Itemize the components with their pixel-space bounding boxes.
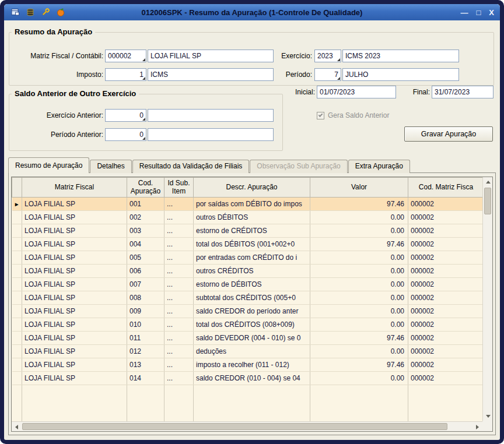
vertical-scroll-thumb[interactable] xyxy=(484,188,491,214)
table-row[interactable]: LOJA FILIAL SP009...saldo CREDOR do perí… xyxy=(12,305,484,318)
cell[interactable]: total dos DÉBITOS (001+002+0 xyxy=(194,238,310,251)
table-row[interactable]: LOJA FILIAL SP002...outros DÉBITOS0.0000… xyxy=(12,211,484,224)
cell[interactable]: LOJA FILIAL SP xyxy=(22,211,127,224)
row-indicator[interactable] xyxy=(12,318,22,332)
cell[interactable]: 000002 xyxy=(408,291,484,305)
exercicio-name-field[interactable]: ICMS 2023 xyxy=(342,50,459,62)
cell[interactable]: ... xyxy=(164,251,194,265)
wrench-icon[interactable] xyxy=(40,7,51,17)
header-cod-apuracao[interactable]: Cod. Apuração xyxy=(127,178,164,198)
cell[interactable]: LOJA FILIAL SP xyxy=(22,238,127,251)
cell[interactable]: LOJA FILIAL SP xyxy=(22,265,127,278)
coins-icon[interactable] xyxy=(25,7,36,17)
cell[interactable]: ... xyxy=(164,198,194,211)
cell[interactable]: ... xyxy=(164,372,194,385)
cell[interactable]: LOJA FILIAL SP xyxy=(22,372,127,385)
cell[interactable]: 006 xyxy=(127,265,164,278)
table-row[interactable]: LOJA FILIAL SP006...outros CRÉDITOS0.000… xyxy=(12,265,484,278)
scroll-up-button[interactable] xyxy=(483,177,493,187)
cell[interactable]: 0.00 xyxy=(310,278,408,291)
table-row[interactable]: LOJA FILIAL SP012...deduções0.00000002 xyxy=(12,345,484,358)
cell[interactable]: 000002 xyxy=(408,198,484,211)
inicial-date-field[interactable]: 01/07/2023 xyxy=(317,86,396,98)
cell[interactable]: LOJA FILIAL SP xyxy=(22,278,127,291)
cell[interactable]: LOJA FILIAL SP xyxy=(22,305,127,318)
row-indicator[interactable] xyxy=(12,345,22,358)
exercicio-code-field[interactable]: 2023 xyxy=(314,50,341,62)
periodo-code-field[interactable]: 7 xyxy=(314,68,341,81)
row-indicator[interactable] xyxy=(12,332,22,345)
close-button[interactable]: X xyxy=(489,9,494,16)
cell[interactable]: por entradas com CRÉDITO do i xyxy=(194,251,310,265)
cell[interactable]: 97.46 xyxy=(310,358,408,372)
exercicio-anterior-field[interactable]: 0 xyxy=(105,109,146,122)
cell[interactable]: 008 xyxy=(127,291,164,305)
row-indicator[interactable] xyxy=(12,211,22,224)
cell[interactable]: 000002 xyxy=(408,305,484,318)
row-indicator[interactable] xyxy=(12,251,22,265)
cell[interactable]: outros CRÉDITOS xyxy=(194,265,310,278)
exercicio-anterior-name-field[interactable] xyxy=(148,109,274,122)
header-valor[interactable]: Valor xyxy=(310,178,408,198)
final-date-field[interactable]: 31/07/2023 xyxy=(432,86,494,98)
horizontal-scrollbar[interactable] xyxy=(12,421,482,431)
periodo-anterior-field[interactable]: 0 xyxy=(105,128,146,141)
gravar-apuracao-button[interactable]: Gravar Apuração xyxy=(404,126,493,142)
cell[interactable]: 002 xyxy=(127,211,164,224)
cell[interactable]: 000002 xyxy=(408,332,484,345)
imposto-name-field[interactable]: ICMS xyxy=(148,68,274,81)
cell[interactable]: 000002 xyxy=(408,358,484,372)
row-indicator[interactable]: ► xyxy=(12,198,22,211)
row-indicator[interactable] xyxy=(12,358,22,372)
cell[interactable]: ... xyxy=(164,265,194,278)
table-row[interactable]: LOJA FILIAL SP003...estorno de CRÉDITOS0… xyxy=(12,224,484,238)
gera-saldo-checkbox[interactable] xyxy=(317,112,324,119)
cell[interactable]: deduções xyxy=(194,345,310,358)
row-indicator[interactable] xyxy=(12,291,22,305)
cell[interactable]: estorno de CRÉDITOS xyxy=(194,224,310,238)
cell[interactable]: 014 xyxy=(127,372,164,385)
table-row[interactable]: LOJA FILIAL SP007...estorno de DÉBITOS0.… xyxy=(12,278,484,291)
cell[interactable]: LOJA FILIAL SP xyxy=(22,358,127,372)
cell[interactable]: outros DÉBITOS xyxy=(194,211,310,224)
cell[interactable]: 009 xyxy=(127,305,164,318)
cell[interactable]: LOJA FILIAL SP xyxy=(22,251,127,265)
tab-resultado-validacao-filiais[interactable]: Resultado da Validação de Filiais xyxy=(132,160,250,173)
cell[interactable]: ... xyxy=(164,358,194,372)
cell[interactable]: imposto a recolher (011 - 012) xyxy=(194,358,310,372)
cell[interactable]: ... xyxy=(164,291,194,305)
maximize-button[interactable]: □ xyxy=(476,9,481,16)
cell[interactable]: 000002 xyxy=(408,224,484,238)
cell[interactable]: 003 xyxy=(127,224,164,238)
row-indicator[interactable] xyxy=(12,265,22,278)
tab-extra-apuracao[interactable]: Extra Apuração xyxy=(348,160,410,173)
orange-icon[interactable] xyxy=(55,7,66,17)
cell[interactable]: 0.00 xyxy=(310,305,408,318)
header-descr-apuracao[interactable]: Descr. Apuração xyxy=(194,178,310,198)
vertical-scrollbar[interactable] xyxy=(482,177,492,421)
cell[interactable]: estorno de DÉBITOS xyxy=(194,278,310,291)
header-matriz-fiscal[interactable]: Matriz Fiscal xyxy=(22,178,127,198)
cell[interactable]: 97.46 xyxy=(310,332,408,345)
cell[interactable]: 0.00 xyxy=(310,372,408,385)
cell[interactable]: LOJA FILIAL SP xyxy=(22,291,127,305)
table-row[interactable]: LOJA FILIAL SP013...imposto a recolher (… xyxy=(12,358,484,372)
cell[interactable]: 0.00 xyxy=(310,345,408,358)
cell[interactable]: ... xyxy=(164,238,194,251)
cell[interactable]: 012 xyxy=(127,345,164,358)
matriz-name-field[interactable]: LOJA FILIAL SP xyxy=(148,50,274,62)
cell[interactable]: LOJA FILIAL SP xyxy=(22,198,127,211)
periodo-anterior-name-field[interactable] xyxy=(148,128,274,141)
row-indicator[interactable] xyxy=(12,372,22,385)
cell[interactable]: 004 xyxy=(127,238,164,251)
table-row[interactable]: LOJA FILIAL SP008...subtotal dos CRÉDITO… xyxy=(12,291,484,305)
header-id-sub-item[interactable]: Id Sub. Item xyxy=(164,178,194,198)
cell[interactable]: por saídas com DÉBITO do impos xyxy=(194,198,310,211)
cell[interactable]: ... xyxy=(164,278,194,291)
imposto-code-field[interactable]: 1 xyxy=(105,68,146,81)
horizontal-scroll-thumb[interactable] xyxy=(22,423,447,430)
matriz-code-field[interactable]: 000002 xyxy=(105,50,146,62)
minimize-button[interactable]: — xyxy=(460,9,468,16)
periodo-name-field[interactable]: JULHO xyxy=(342,68,459,81)
cell[interactable]: 013 xyxy=(127,358,164,372)
